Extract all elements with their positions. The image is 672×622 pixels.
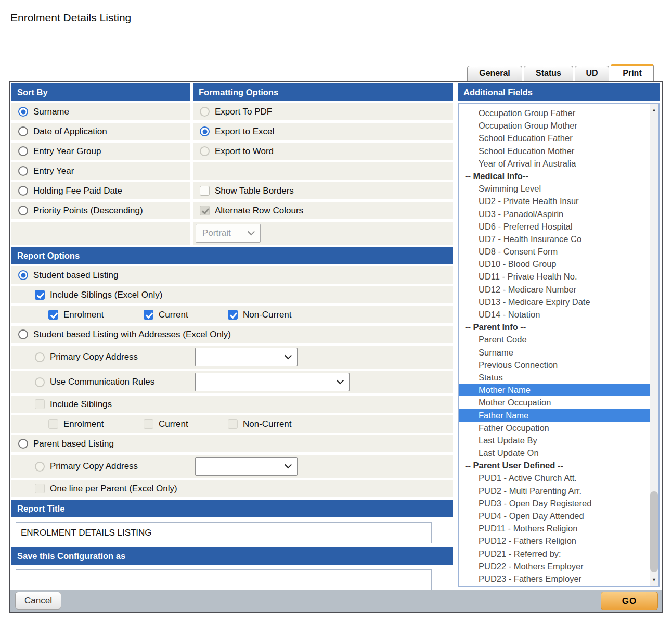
tab-ud[interactable]: UD bbox=[575, 66, 609, 81]
list-item[interactable]: PUD12 - Fathers Religion bbox=[459, 535, 650, 547]
list-item[interactable]: UD12 - Medicare Number bbox=[459, 283, 650, 296]
export-to-word-row[interactable]: Export to Word bbox=[193, 143, 453, 160]
sort-by-option-row[interactable]: Priority Points (Descending) bbox=[11, 202, 190, 219]
checkbox[interactable] bbox=[228, 310, 238, 320]
sort-by-option-row[interactable]: Entry Year Group bbox=[11, 143, 190, 160]
list-item[interactable]: Status bbox=[459, 371, 650, 384]
parent-based-listing-row[interactable]: Parent based Listing bbox=[11, 435, 453, 452]
additional-fields-listbox[interactable]: Occupation Group Father Occupation Group… bbox=[458, 103, 660, 587]
list-item[interactable]: UD3 - Panadol/Aspirin bbox=[459, 208, 650, 220]
enrolment-checkbox-item[interactable]: Enrolment bbox=[48, 310, 138, 320]
list-item[interactable]: Swimming Level bbox=[459, 182, 650, 195]
list-item[interactable]: PUD1 - Active Church Att. bbox=[459, 472, 650, 484]
additional-fields-section: Additional Fields Occupation Group Fathe… bbox=[458, 83, 660, 587]
list-item[interactable]: Surname bbox=[459, 346, 650, 359]
cancel-button[interactable]: Cancel bbox=[15, 592, 61, 610]
list-item[interactable]: UD13 - Medicare Expiry Date bbox=[459, 296, 650, 308]
tab-general[interactable]: General bbox=[467, 66, 522, 81]
radio-button[interactable] bbox=[35, 352, 45, 362]
primary-copy-address-select[interactable] bbox=[195, 348, 298, 366]
student-listing-addresses-row[interactable]: Student based Listing with Addresses (Ex… bbox=[11, 326, 453, 343]
list-item[interactable]: Mother Name bbox=[459, 384, 650, 396]
checkbox[interactable] bbox=[48, 310, 58, 320]
sort-by-option-row[interactable]: Holding Fee Paid Date bbox=[11, 182, 190, 199]
current-checkbox-item[interactable]: Current bbox=[144, 310, 223, 320]
radio-button[interactable] bbox=[200, 146, 210, 156]
list-item[interactable]: Occupation Group Father bbox=[459, 107, 650, 119]
checkbox bbox=[48, 419, 58, 429]
radio-button[interactable] bbox=[200, 107, 210, 117]
list-item[interactable]: PUD22 - Mothers Employer bbox=[459, 560, 650, 573]
export-to-excel-row[interactable]: Export to Excel bbox=[193, 123, 453, 140]
list-item[interactable]: UD8 - Consent Form bbox=[459, 245, 650, 258]
list-item[interactable]: PUD3 - Open Day Registered bbox=[459, 497, 650, 510]
list-item-label: Father Occupation bbox=[479, 423, 549, 433]
list-item[interactable]: Occupation Group Mother bbox=[459, 119, 650, 132]
list-item[interactable]: -- Parent User Defined -- bbox=[459, 459, 650, 472]
option-label: Surname bbox=[33, 107, 69, 117]
list-item-label: Status bbox=[479, 373, 503, 382]
list-item[interactable]: -- Parent Info -- bbox=[459, 321, 650, 333]
list-item[interactable]: Previous Connection bbox=[459, 359, 650, 371]
list-item[interactable]: Parent Code bbox=[459, 333, 650, 346]
list-item[interactable]: PUD2 - Multi Parenting Arr. bbox=[459, 485, 650, 497]
list-item[interactable]: Father Name bbox=[459, 409, 650, 422]
scrollbar[interactable]: ▲ ▼ bbox=[650, 104, 658, 586]
scroll-down-icon[interactable]: ▼ bbox=[650, 575, 658, 585]
radio-button[interactable] bbox=[18, 126, 28, 136]
orientation-select[interactable]: Portrait bbox=[196, 224, 261, 243]
sort-by-option-row[interactable]: Surname bbox=[11, 103, 190, 120]
radio-button[interactable] bbox=[18, 166, 28, 176]
list-item[interactable]: UD10 - Blood Group bbox=[459, 258, 650, 270]
scroll-up-icon[interactable]: ▲ bbox=[650, 105, 658, 115]
list-item[interactable]: School Education Mother bbox=[459, 145, 650, 157]
checkbox[interactable] bbox=[144, 310, 153, 320]
list-item[interactable]: UD14 - Notation bbox=[459, 308, 650, 321]
student-based-listing-row[interactable]: Student based Listing bbox=[11, 266, 453, 284]
radio-button[interactable] bbox=[18, 186, 28, 196]
list-item[interactable]: UD6 - Preferred Hospital bbox=[459, 220, 650, 233]
list-item[interactable]: Last Update On bbox=[459, 447, 650, 459]
checkbox[interactable] bbox=[35, 290, 45, 300]
non-current-checkbox-item[interactable]: Non-Current bbox=[228, 310, 292, 320]
option-label: Enrolment bbox=[63, 310, 104, 320]
export-to-pdf-row[interactable]: Export To PDF bbox=[193, 103, 453, 120]
sort-by-option-row[interactable]: Entry Year bbox=[11, 162, 190, 180]
list-item[interactable]: PUD11 - Mothers Religion bbox=[459, 522, 650, 535]
radio-button[interactable] bbox=[35, 377, 45, 387]
radio-button[interactable] bbox=[18, 107, 28, 117]
save-configuration-input[interactable] bbox=[16, 569, 432, 591]
radio-button[interactable] bbox=[18, 206, 28, 215]
go-button[interactable]: GO bbox=[601, 592, 658, 610]
tab-print[interactable]: Print bbox=[611, 64, 654, 81]
radio-button[interactable] bbox=[200, 126, 210, 136]
dialog-footer: Cancel GO bbox=[10, 590, 662, 612]
tab-status[interactable]: Status bbox=[524, 66, 573, 81]
list-item[interactable]: Year of Arrival in Australia bbox=[459, 157, 650, 170]
list-item[interactable]: PUD4 - Open Day Attended bbox=[459, 510, 650, 522]
checkbox[interactable] bbox=[200, 186, 210, 196]
list-item[interactable]: -- Medical Info-- bbox=[459, 170, 650, 182]
show-table-borders-row[interactable]: Show Table Borders bbox=[193, 182, 453, 199]
list-item[interactable]: UD2 - Private Health Insur bbox=[459, 195, 650, 207]
radio-button[interactable] bbox=[18, 270, 28, 280]
list-item[interactable]: School Education Father bbox=[459, 132, 650, 144]
radio-button[interactable] bbox=[35, 462, 45, 472]
include-siblings-excel-row[interactable]: Include Siblings (Excel Only) bbox=[11, 286, 453, 303]
list-item[interactable]: PUD23 - Fathers Employer bbox=[459, 573, 650, 585]
list-item[interactable]: UD7 - Health Insurance Co bbox=[459, 233, 650, 245]
parent-primary-copy-address-row: Primary Copy Address bbox=[11, 455, 453, 478]
list-item[interactable]: Father Occupation bbox=[459, 422, 650, 434]
radio-button[interactable] bbox=[18, 146, 28, 156]
list-item[interactable]: Mother Occupation bbox=[459, 396, 650, 409]
radio-button[interactable] bbox=[18, 439, 28, 449]
scrollbar-thumb[interactable] bbox=[650, 491, 658, 572]
list-item[interactable]: Last Update By bbox=[459, 434, 650, 447]
communication-rules-select[interactable] bbox=[195, 373, 350, 391]
list-item[interactable]: PUD21 - Referred by: bbox=[459, 548, 650, 560]
radio-button[interactable] bbox=[18, 329, 28, 339]
parent-primary-copy-address-select[interactable] bbox=[195, 457, 298, 476]
list-item[interactable]: UD11 - Private Health No. bbox=[459, 270, 650, 283]
report-title-input[interactable] bbox=[16, 522, 432, 543]
sort-by-option-row[interactable]: Date of Application bbox=[11, 123, 190, 140]
